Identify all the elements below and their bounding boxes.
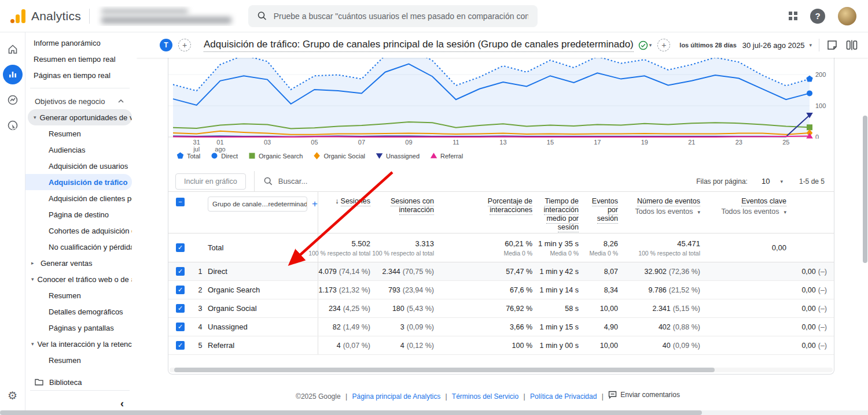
table-row-organic-search[interactable]: ✓2Organic Search1.173(21,32 %)793(23,94 … <box>168 281 834 299</box>
sidebar-item-ver-la-interaccion-y-la-retenci[interactable]: ▾Ver la interacción y la retenci... <box>25 336 132 352</box>
row-checkbox[interactable]: ✓ <box>176 304 185 313</box>
sidebar-item-objetivos-de-negocio[interactable]: Objetivos de negocio <box>25 93 132 109</box>
scrollbar-thumb[interactable] <box>174 368 715 372</box>
terms-link[interactable]: Términos del Servicio <box>452 392 518 401</box>
row-checkbox[interactable]: ✓ <box>176 286 185 294</box>
sidebar-item-audiencias[interactable]: Audiencias <box>25 142 132 158</box>
row-checkbox[interactable]: ✓ <box>176 267 185 276</box>
table-horizontal-scrollbar[interactable] <box>170 368 833 372</box>
user-avatar[interactable] <box>838 7 856 25</box>
legend-item-direct[interactable]: Direct <box>211 152 238 160</box>
svg-text:0: 0 <box>815 134 819 139</box>
column-header-sesiones-con-interaccion[interactable]: Sesiones coninteracción <box>378 192 442 233</box>
horizontal-scrollbar[interactable] <box>0 410 868 415</box>
table-search[interactable]: Buscar... <box>264 177 308 186</box>
sidebar-item-no-cualificacion-y-perdida[interactable]: No cualificación y pérdida ... <box>25 239 132 255</box>
sidebar-item-conocer-el-trafico-web-o-de-a[interactable]: ▾Conocer el tráfico web o de a... <box>25 271 132 287</box>
sidebar-item-resumen[interactable]: Resumen <box>25 352 132 368</box>
sidebar-item-cohortes-de-adquisicion-d[interactable]: Cohortes de adquisición d... <box>25 223 132 239</box>
report-status-dropdown[interactable]: ▾ <box>638 40 652 50</box>
sidebar-item-adquisicion-de-clientes-pot[interactable]: Adquisición de clientes pot... <box>25 190 132 206</box>
legend-item-organic-social[interactable]: Organic Social <box>313 152 365 160</box>
caret-down-icon[interactable]: ▾ <box>780 179 783 184</box>
svg-text:200: 200 <box>815 71 826 78</box>
sidebar-item-resumen[interactable]: Resumen <box>25 125 132 142</box>
advertising-icon[interactable] <box>3 116 23 135</box>
dimension-dropdown[interactable]: Grupo de canale…redeterminado) ▾ <box>208 197 307 212</box>
sidebar-item-resumen[interactable]: Resumen <box>25 287 132 303</box>
add-dimension-button[interactable]: + <box>312 198 318 210</box>
divider <box>89 9 90 24</box>
report-nav-sidebar: Informe panorámicoResumen en tiempo real… <box>25 32 137 415</box>
home-icon[interactable] <box>3 39 23 59</box>
caret-down-icon: ▾ <box>784 209 786 215</box>
table-row-referral[interactable]: ✓5Referral4(0,07 %)4(0,12 %)100 %1 min y… <box>168 336 834 355</box>
scrollbar-thumb[interactable] <box>0 410 702 415</box>
apps-grid-icon[interactable] <box>789 12 797 20</box>
analytics-home-link[interactable]: Página principal de Analytics <box>352 392 440 401</box>
sidebar-item-informe-panoramico[interactable]: Informe panorámico <box>25 35 132 51</box>
line-chart-plot: 0100200 <box>168 58 834 139</box>
spacer <box>25 368 137 374</box>
help-icon[interactable]: ? <box>810 9 825 24</box>
sidebar-item-pagina-de-destino[interactable]: Página de destino <box>25 206 132 223</box>
row-checkbox[interactable]: ✓ <box>176 341 185 350</box>
sidebar-item-adquisicion-de-usuarios[interactable]: Adquisición de usuarios <box>25 158 132 174</box>
select-all-checkbox[interactable]: − <box>176 198 185 206</box>
x-tick-label: 23 <box>735 139 742 146</box>
chevron-up-icon[interactable] <box>118 99 124 103</box>
pentagon-marker-icon <box>176 152 184 160</box>
top-app-bar: Analytics Pruebe a buscar "cuántos usuar… <box>0 0 868 32</box>
rows-per-page-select[interactable]: 10 <box>762 177 770 186</box>
sidebar-item-paginas-y-pantallas[interactable]: Páginas y pantallas <box>25 320 132 336</box>
sidebar-item-paginas-en-tiempo-real[interactable]: Páginas en tiempo real <box>25 67 132 83</box>
caret-down-icon[interactable]: ▾ <box>809 42 812 48</box>
column-header-tiempo-de-interaccion-medio-por-sesion[interactable]: Tiempo deinteracciónmedio porsesión <box>540 192 587 233</box>
privacy-link[interactable]: Política de Privacidad <box>530 392 597 401</box>
global-search[interactable]: Pruebe a buscar "cuántos usuarios el mes… <box>248 5 538 27</box>
legend-label: Direct <box>221 153 238 160</box>
column-header-eventos-clave[interactable]: Eventos claveTodos los eventos▾ <box>708 192 834 233</box>
analytics-logo[interactable]: Analytics <box>0 9 81 23</box>
add-report-button[interactable]: + <box>657 39 670 51</box>
report-owner-badge[interactable]: T <box>160 39 172 51</box>
caret-down-icon: ▾ <box>31 276 34 282</box>
legend-item-total[interactable]: Total <box>176 152 200 160</box>
column-header-porcentaje-de-interacciones[interactable]: Porcentaje deinteracciones <box>442 192 540 233</box>
row-checkbox[interactable]: ✓ <box>176 323 185 331</box>
account-selector[interactable] <box>97 6 240 26</box>
sidebar-item-generar-oportunidades-de-v[interactable]: ▾Generar oportunidades de v... <box>28 109 132 125</box>
include-in-chart-chip[interactable]: Incluir en gráfico <box>175 173 246 190</box>
sidebar-item-biblioteca[interactable]: Biblioteca <box>25 374 132 390</box>
metric-cell: 3,66 % <box>442 318 540 336</box>
metric-cell: 793(23,94 %) <box>378 281 442 299</box>
x-tick-label: 13 <box>499 139 506 146</box>
gear-icon[interactable]: ⚙ <box>8 389 17 402</box>
column-header-eventos-por-sesion[interactable]: Eventosporsesión <box>587 192 626 233</box>
explore-icon[interactable] <box>3 90 23 110</box>
vertical-scrollbar[interactable] <box>863 116 867 263</box>
report-title[interactable]: Adquisición de tráfico: Grupo de canales… <box>204 39 634 52</box>
date-range-value[interactable]: 30 jul-26 ago 2025 <box>742 41 805 50</box>
send-feedback-button[interactable]: Enviar comentarios <box>608 391 680 399</box>
compare-icon[interactable] <box>846 40 858 50</box>
column-header-sesiones[interactable]: ↓Sesiones <box>318 192 378 233</box>
insights-card-icon[interactable] <box>826 39 838 51</box>
total-row-checkbox[interactable]: ✓ <box>176 243 185 252</box>
table-row-direct[interactable]: ✓1Direct4.079(74,14 %)2.344(70,75 %)57,4… <box>168 262 834 281</box>
sidebar-item-resumen-en-tiempo-real[interactable]: Resumen en tiempo real <box>25 51 132 67</box>
metric-cell: 10,00 <box>587 336 626 354</box>
add-collaborator-button[interactable]: + <box>178 39 191 51</box>
sidebar-item-detalles-demograficos[interactable]: Detalles demográficos <box>25 303 132 320</box>
legend-item-organic-search[interactable]: Organic Search <box>248 152 303 160</box>
legend-item-referral[interactable]: Referral <box>430 152 463 160</box>
sidebar-item-adquisicion-de-trafico[interactable]: Adquisición de tráfico <box>25 174 132 190</box>
event-filter-dropdown[interactable]: Todos los eventos▾ <box>721 208 786 216</box>
event-filter-dropdown[interactable]: Todos los eventos▾ <box>635 208 700 216</box>
column-header-numero-de-eventos[interactable]: Número de eventosTodos los eventos▾ <box>626 192 708 233</box>
legend-item-unassigned[interactable]: Unassigned <box>376 152 420 160</box>
table-row-unassigned[interactable]: ✓4Unassigned82(1,49 %)3(0,09 %)3,66 %1 m… <box>168 318 834 336</box>
sidebar-item-generar-ventas[interactable]: ▸Generar ventas <box>25 255 132 271</box>
table-row-organic-social[interactable]: ✓3Organic Social234(4,25 %)180(5,43 %)76… <box>168 299 834 318</box>
reports-icon[interactable] <box>3 65 23 84</box>
